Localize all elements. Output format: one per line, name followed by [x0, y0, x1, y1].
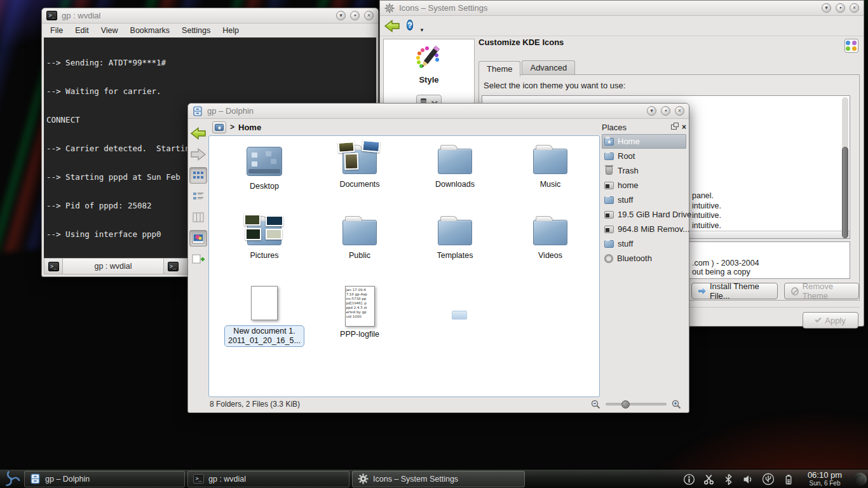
desktop: >_ gp : wvdial ▾ ▪ × File Edit View Book…	[0, 0, 868, 488]
maximize-button[interactable]: ▪	[350, 11, 360, 20]
clock[interactable]: 06:10 pm Sun, 6 Feb	[797, 471, 853, 487]
gear-icon	[358, 473, 369, 484]
app-launcher-button[interactable]	[0, 470, 23, 488]
maximize-button[interactable]: ▪	[836, 3, 845, 13]
device-notifier-usb-icon[interactable]	[762, 473, 775, 485]
place-item-home[interactable]: Home	[602, 134, 686, 149]
forward-button[interactable]	[189, 146, 207, 163]
menu-settings[interactable]: Settings	[182, 26, 210, 35]
folder-item-templates[interactable]: Templates	[407, 211, 503, 282]
folder-icon	[604, 196, 614, 204]
install-theme-button[interactable]: Install Theme File...	[691, 283, 778, 299]
menu-edit[interactable]: Edit	[75, 26, 89, 35]
logfile-preview-icon: Jan 17 09:4 7:18 gp-Asp ire-5738 pp pd[1…	[345, 286, 375, 327]
back-button[interactable]	[189, 125, 207, 142]
minimize-button[interactable]: ▾	[822, 3, 831, 13]
place-item-root[interactable]: Root	[602, 149, 686, 163]
file-item-new-document[interactable]: New document 1. 2011_01_20_16_5...	[217, 282, 312, 353]
place-item-home-partition[interactable]: home	[602, 178, 686, 193]
folder-label: Templates	[437, 251, 473, 261]
place-item-trash[interactable]: Trash	[602, 163, 686, 178]
dot	[846, 46, 850, 51]
folder-label: Documents	[339, 180, 379, 189]
zoom-slider-thumb[interactable]	[621, 400, 630, 409]
tab-advanced[interactable]: Advanced	[522, 60, 575, 76]
bluetooth-settings-icon	[604, 254, 613, 263]
style-pencil-icon	[414, 44, 444, 72]
new-tab-button[interactable]: >_	[44, 259, 62, 274]
folder-item-pictures[interactable]: Pictures	[217, 211, 312, 282]
close-button[interactable]: ×	[850, 3, 859, 13]
minimize-button[interactable]: ▾	[647, 106, 656, 116]
apply-button[interactable]: Apply	[803, 312, 858, 329]
zoom-out-icon[interactable]	[591, 400, 600, 409]
place-item-stuff2[interactable]: stuff	[602, 236, 686, 251]
details-view-button[interactable]	[189, 188, 207, 205]
panel-toolbox-cashew[interactable]	[854, 473, 867, 485]
folder-item-music[interactable]: Music	[503, 140, 598, 211]
close-panel-icon[interactable]: ×	[682, 123, 686, 132]
folder-item-public[interactable]: Public	[312, 211, 407, 282]
place-item-stuff[interactable]: stuff	[602, 193, 686, 207]
menu-bookmarks[interactable]: Bookmarks	[130, 26, 170, 35]
place-item-bluetooth[interactable]: Bluetooth	[602, 251, 686, 266]
breadcrumb-location[interactable]: Home	[238, 123, 261, 132]
detach-panel-icon[interactable]	[671, 125, 677, 130]
folder-item-desktop[interactable]: Desktop	[217, 140, 312, 211]
scrollbar[interactable]	[842, 97, 848, 237]
columns-view-button[interactable]	[189, 209, 207, 226]
tab-theme[interactable]: Theme	[478, 61, 520, 76]
minimize-button[interactable]: ▾	[336, 11, 346, 20]
file-item-ppp-logfile[interactable]: Jan 17 09:4 7:18 gp-Asp ire-5738 pp pd[1…	[312, 282, 407, 353]
folder-item-documents[interactable]: Documents	[312, 140, 407, 211]
back-button[interactable]	[384, 19, 400, 33]
clipboard-scissors-icon[interactable]	[703, 473, 715, 485]
logfile-preview-text: Jan 17 09:4 7:18 gp-Asp ire-5738 pp pd[1…	[346, 288, 374, 319]
place-item-hard-drive[interactable]: 19.5 GiB Hard Drive	[602, 207, 686, 222]
battery-icon[interactable]	[782, 473, 794, 485]
remove-theme-label: Remove Theme	[803, 281, 852, 301]
task-system-settings[interactable]: Icons – System Settings	[352, 471, 525, 487]
info-icon[interactable]	[683, 473, 695, 485]
overview-grid-icon[interactable]	[844, 39, 858, 53]
photo-thumbnail	[266, 229, 282, 240]
breadcrumb-home-button[interactable]	[212, 121, 226, 133]
place-item-removable[interactable]: 964.8 MiB Remov...	[602, 222, 686, 236]
dolphin-toolbar	[188, 121, 208, 396]
remove-theme-button[interactable]: Remove Theme	[784, 283, 859, 299]
menu-view[interactable]: View	[101, 26, 118, 35]
help-button[interactable]: ? ▼	[407, 19, 421, 33]
terminal-titlebar[interactable]: >_ gp : wvdial ▾ ▪ ×	[42, 8, 378, 24]
system-settings-titlebar[interactable]: Icons – System Settings ▾ ▪ ×	[380, 1, 864, 16]
terminal-tab[interactable]: gp : wvdial	[62, 259, 164, 274]
close-button[interactable]: ×	[364, 11, 374, 20]
task-dolphin[interactable]: gp – Dolphin	[24, 471, 185, 487]
volume-icon[interactable]	[742, 473, 754, 485]
chevron-down-icon: ▼	[419, 27, 424, 33]
close-button[interactable]: ×	[675, 106, 684, 116]
hard-drive-icon	[604, 211, 614, 219]
folder-item-downloads[interactable]: Downloads	[407, 140, 503, 211]
maximize-button[interactable]: ▪	[661, 106, 670, 116]
terminal-window-icon: >_	[46, 11, 57, 20]
bluetooth-icon[interactable]	[722, 473, 735, 485]
sidebar-item-style[interactable]: Style	[384, 39, 474, 88]
split-view-button[interactable]	[189, 251, 207, 268]
folder-item-videos[interactable]: Videos	[503, 211, 598, 282]
no-entry-icon	[791, 287, 799, 295]
dolphin-titlebar[interactable]: gp – Dolphin ▾ ▪ ×	[188, 104, 689, 119]
task-label: Icons – System Settings	[373, 475, 458, 484]
task-terminal[interactable]: >_ gp : wvdial	[187, 471, 349, 487]
photo-thumbnail	[266, 215, 283, 226]
menu-file[interactable]: File	[50, 26, 63, 35]
clock-time: 06:10 pm	[797, 471, 853, 479]
menu-help[interactable]: Help	[222, 26, 239, 35]
system-settings-title: Icons – System Settings	[399, 3, 487, 13]
preview-button[interactable]	[189, 230, 207, 247]
icons-view-button[interactable]	[189, 167, 207, 184]
scrollbar-thumb[interactable]	[842, 147, 848, 238]
zoom-slider[interactable]	[606, 403, 667, 405]
dolphin-file-view[interactable]: Desktop Documents Downloads Music	[208, 135, 600, 397]
zoom-in-icon[interactable]	[672, 400, 681, 409]
tab-list-button[interactable]: >_	[164, 259, 182, 274]
